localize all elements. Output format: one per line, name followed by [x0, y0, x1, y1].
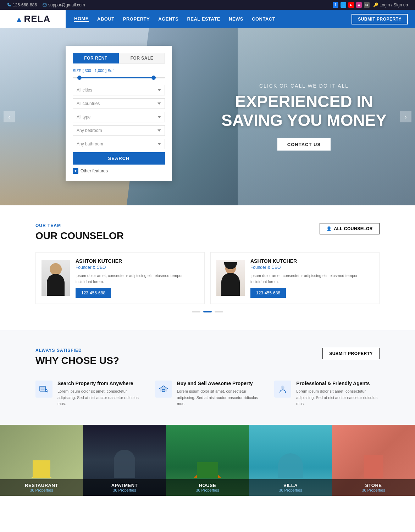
tab-for-sale[interactable]: FOR SALE: [119, 53, 165, 63]
twitter-icon[interactable]: t: [341, 2, 346, 8]
feature-icon-box-2: [155, 381, 172, 398]
logo[interactable]: ▲RELA: [15, 13, 51, 24]
team-title: OUR COUNSELOR: [35, 230, 124, 242]
size-label: SIZE [ 300 - 1,000 ] Sqft: [73, 68, 165, 73]
counselor-grid: ASHTON KUTCHER Founder & CEO Ipsum dolor…: [35, 252, 380, 304]
property-item-store[interactable]: STORE 38 Properties: [332, 425, 415, 496]
svg-rect-1: [40, 386, 45, 391]
search-button[interactable]: SEARCH: [73, 152, 165, 165]
why-features: Search Property from Anywhere Lorem ipsu…: [35, 381, 380, 407]
search-tabs: FOR RENT FOR SALE: [73, 53, 165, 63]
mail-icon[interactable]: ✉: [364, 2, 370, 8]
contact-us-button[interactable]: CONTACT US: [277, 138, 331, 150]
social-icons: f t ▶ ◉ ✉: [333, 2, 370, 8]
feature-item-2: Buy and Sell Awesome Property Lorem ipsu…: [155, 381, 260, 407]
feature-title-3: Professional & Friendly Agents: [296, 381, 380, 386]
hero-subtitle: CLICK OR CALL WE DO IT ALL: [221, 83, 387, 89]
nav-property[interactable]: PROPERTY: [123, 16, 150, 22]
counselor-avatar-2: [216, 260, 245, 296]
nav-home[interactable]: HOME: [74, 16, 89, 22]
feature-content-3: Professional & Friendly Agents Lorem ips…: [296, 381, 380, 407]
search-property-icon: [39, 384, 49, 394]
property-label-apartment: APATMENT 38 Properties: [83, 479, 166, 496]
nav-agents[interactable]: AGENTS: [158, 16, 178, 22]
dot-2[interactable]: [203, 311, 212, 312]
other-features[interactable]: ▼ Other features: [73, 168, 165, 174]
youtube-icon[interactable]: ▶: [348, 2, 354, 8]
facebook-icon[interactable]: f: [333, 2, 338, 8]
size-slider[interactable]: [73, 76, 165, 80]
agents-icon: [278, 384, 288, 394]
counselor-card-1: ASHTON KUTCHER Founder & CEO Ipsum dolor…: [35, 252, 205, 304]
submit-property-button[interactable]: SUBMIT PROPERTY: [322, 348, 380, 359]
nav-real-estate[interactable]: REAL ESTATE: [187, 16, 220, 22]
property-label-restaurant: RESTAURANT 38 Properties: [0, 479, 83, 496]
property-label-store: STORE 38 Properties: [332, 479, 415, 496]
feature-title-2: Buy and Sell Awesome Property: [177, 381, 260, 386]
hero-section: FOR RENT FOR SALE SIZE [ 300 - 1,000 ] S…: [0, 28, 415, 205]
type-select[interactable]: All type: [73, 112, 165, 122]
feature-desc-3: Lorem ipsum dolor sit amet, consectetur …: [296, 388, 380, 407]
counselor-role-2: Founder & CEO: [250, 265, 374, 270]
user-icon: 👤: [326, 226, 332, 231]
main-nav: ▲RELA HOME ABOUT PROPERTY AGENTS REAL ES…: [0, 10, 415, 28]
property-grid: RESTAURANT 38 Properties APATMENT 38 Pro…: [0, 425, 415, 496]
carousel-prev-button[interactable]: ‹: [4, 111, 15, 122]
top-bar: 125-668-886 suppor@gmail.com f t ▶ ◉ ✉ 🔑…: [0, 0, 415, 10]
counselor-info-1: ASHTON KUTCHER Founder & CEO Ipsum dolor…: [76, 258, 199, 298]
counselor-name-1: ASHTON KUTCHER: [76, 258, 199, 264]
nav-news[interactable]: NEWS: [229, 16, 243, 22]
team-section: OUR TEAM OUR COUNSELOR 👤 ALL COUNSELOR A…: [0, 205, 415, 330]
email-icon: [43, 3, 47, 7]
feature-content-1: Search Property from Anywhere Lorem ipsu…: [57, 381, 141, 407]
property-label-villa: VILLA 38 Properties: [249, 479, 332, 496]
nav-contact[interactable]: CONTACT: [252, 16, 275, 22]
phone-info: 125-668-886: [7, 2, 37, 7]
why-title: WHY CHOSE US?: [35, 355, 119, 366]
dot-3[interactable]: [215, 311, 223, 312]
feature-desc-1: Lorem ipsum dolor sit amet, consectetur …: [57, 388, 141, 407]
carousel-next-button[interactable]: ›: [400, 111, 411, 122]
property-item-villa[interactable]: VILLA 38 Properties: [249, 425, 332, 496]
slider-fill: [77, 77, 156, 78]
property-item-restaurant[interactable]: RESTAURANT 38 Properties: [0, 425, 83, 496]
counselor-avatar-1: [42, 260, 70, 296]
cities-select[interactable]: All cities: [73, 85, 165, 95]
svg-rect-0: [43, 4, 46, 6]
counselor-card-2: ASHTON KUTCHER Founder & CEO Ipsum dolor…: [210, 252, 380, 304]
feature-title-1: Search Property from Anywhere: [57, 381, 141, 386]
nav-about[interactable]: ABOUT: [97, 16, 115, 22]
why-label: ALWAYS SATISFIED: [35, 348, 119, 353]
feature-item-1: Search Property from Anywhere Lorem ipsu…: [35, 381, 141, 407]
slider-thumb-right[interactable]: [151, 76, 156, 80]
dot-1[interactable]: [192, 311, 200, 312]
feature-content-2: Buy and Sell Awesome Property Lorem ipsu…: [177, 381, 260, 407]
team-label: OUR TEAM: [35, 223, 124, 228]
counselor-desc-2: Ipsum dolor amet, consectetur adipiscing…: [250, 273, 374, 284]
slider-thumb-left[interactable]: [77, 76, 82, 80]
tab-for-rent[interactable]: FOR RENT: [73, 53, 119, 63]
hero-text: CLICK OR CALL WE DO IT ALL EXPERIENCED I…: [221, 83, 387, 151]
login-link[interactable]: 🔑 Login / Sign up: [373, 2, 408, 7]
svg-line-4: [47, 391, 48, 392]
top-bar-left: 125-668-886 suppor@gmail.com: [7, 2, 85, 7]
submit-property-nav-button[interactable]: SUBMIT PROPERTY: [352, 14, 408, 24]
counselor-desc-1: Ipsum dolor amet, consectetur adipiscing…: [76, 273, 199, 284]
carousel-dots: [35, 311, 380, 312]
why-section: ALWAYS SATISFIED WHY CHOSE US? SUBMIT PR…: [0, 330, 415, 425]
feature-icon-box-1: [35, 381, 52, 398]
property-item-apartment[interactable]: APATMENT 38 Properties: [83, 425, 166, 496]
countries-select[interactable]: All countries: [73, 98, 165, 109]
counselor-role-1: Founder & CEO: [76, 265, 199, 270]
phone-icon: [7, 3, 11, 7]
bathroom-select[interactable]: Any bathroom: [73, 139, 165, 149]
property-item-house[interactable]: HOUSE 38 Properties: [166, 425, 249, 496]
counselor-phone-btn-1[interactable]: 123-455-688: [76, 288, 111, 298]
instagram-icon[interactable]: ◉: [356, 2, 362, 8]
bedroom-select[interactable]: Any bedroom: [73, 125, 165, 136]
all-counselor-button[interactable]: 👤 ALL COUNSELOR: [320, 223, 380, 234]
counselor-phone-btn-2[interactable]: 123-455-688: [250, 288, 286, 298]
feature-item-3: Professional & Friendly Agents Lorem ips…: [274, 381, 380, 407]
buy-sell-icon: [159, 384, 168, 394]
nav-links: HOME ABOUT PROPERTY AGENTS REAL ESTATE N…: [66, 16, 352, 22]
